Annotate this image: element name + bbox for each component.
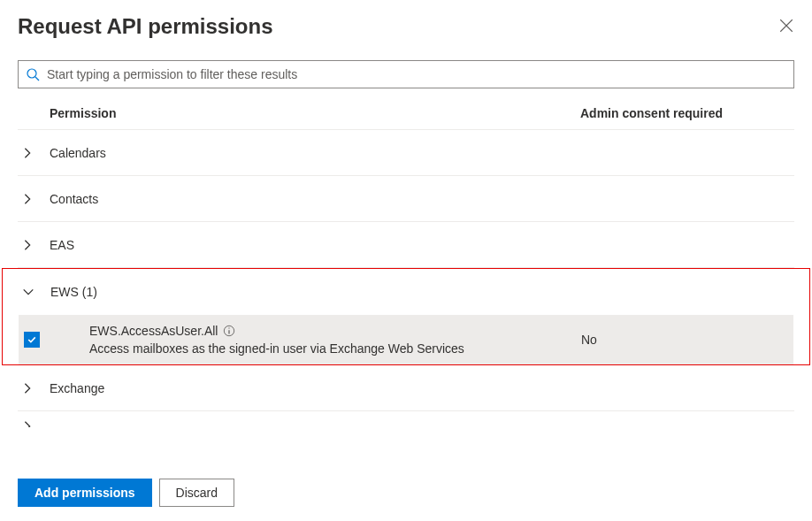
group-ews[interactable]: EWS (1) <box>19 269 793 315</box>
chevron-right-icon <box>21 382 50 395</box>
chevron-right-icon <box>21 239 50 251</box>
chevron-down-icon <box>22 286 50 298</box>
permission-row-ews-accessasuser[interactable]: EWS.AccessAsUser.All Access mailboxes as… <box>19 315 793 364</box>
group-label: Contacts <box>50 192 98 206</box>
group-calendars[interactable]: Calendars <box>18 130 794 176</box>
discard-button[interactable]: Discard <box>159 479 234 507</box>
svg-point-0 <box>27 69 36 78</box>
group-label: Exchange <box>50 381 104 395</box>
group-eas[interactable]: EAS <box>18 222 794 268</box>
permission-admin-required: No <box>581 333 597 347</box>
close-button[interactable] <box>778 14 794 30</box>
permission-description: Access mailboxes as the signed-in user v… <box>89 341 581 356</box>
info-icon[interactable] <box>223 325 235 337</box>
column-admin-consent: Admin consent required <box>580 106 723 120</box>
group-exchange[interactable]: Exchange <box>18 365 794 411</box>
group-label: EWS (1) <box>50 285 97 299</box>
permission-name: EWS.AccessAsUser.All <box>89 324 218 338</box>
permission-checkbox[interactable] <box>24 332 40 348</box>
chevron-right-icon <box>21 147 50 159</box>
panel-title: Request API permissions <box>18 14 273 39</box>
svg-point-2 <box>229 327 230 328</box>
highlighted-selection: EWS (1) EWS.AccessAsUser.All <box>2 268 810 365</box>
group-contacts[interactable]: Contacts <box>18 176 794 222</box>
checkmark-icon <box>27 334 37 345</box>
add-permissions-button[interactable]: Add permissions <box>18 479 152 507</box>
group-label: EAS <box>50 238 74 252</box>
search-input[interactable] <box>40 66 786 82</box>
close-icon <box>778 18 794 34</box>
search-icon <box>26 67 40 81</box>
chevron-right-icon <box>21 193 50 205</box>
chevron-right-icon <box>21 411 50 427</box>
group-label: Calendars <box>50 146 106 160</box>
group-truncated[interactable] <box>18 411 794 427</box>
column-permission: Permission <box>50 106 580 120</box>
search-field[interactable] <box>18 60 794 88</box>
